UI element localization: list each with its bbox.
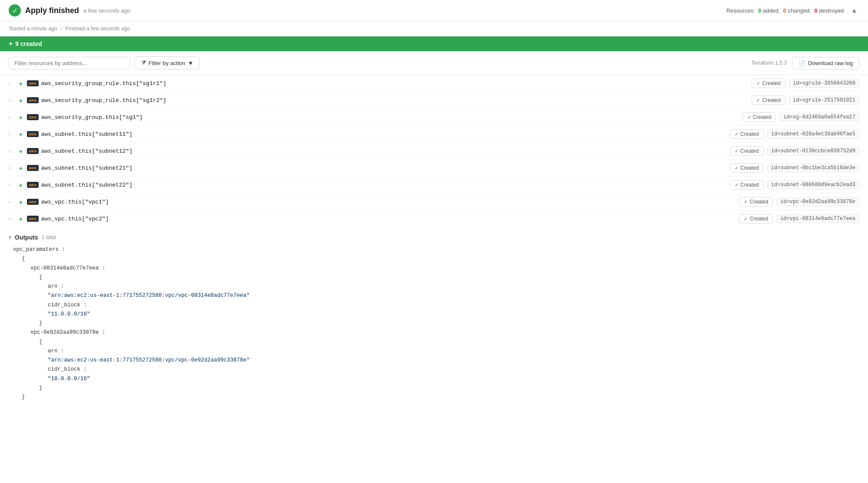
resource-name: aws_subnet.this["subnet11"]	[41, 131, 727, 138]
resource-row: › + aws aws_security_group.this["sg1"] ✓…	[9, 109, 859, 126]
output-line: {	[13, 254, 859, 263]
status-badge: Created	[753, 114, 772, 120]
aws-badge: aws	[27, 165, 39, 171]
created-badge: ✓ Created	[743, 112, 776, 122]
outputs-section: ▾ Outputs 1 total vpc_paramaters :{vpc-0…	[0, 227, 868, 402]
resource-badge-area: ✓ Created id=subnet-0bc1be3ca5b16de3e	[730, 163, 859, 173]
created-badge: ✓ Created	[739, 197, 773, 207]
created-badge: ✓ Created	[730, 163, 764, 173]
plus-icon: +	[17, 148, 24, 155]
check-icon: ✓	[735, 165, 739, 171]
search-input[interactable]	[9, 57, 130, 69]
resource-badge-area: ✓ Created id=subnet-020a4ec38ab96fae5	[730, 129, 859, 139]
apply-title: Apply finished	[25, 6, 79, 15]
status-badge: Created	[740, 182, 759, 188]
output-line: {	[13, 273, 859, 282]
expand-icon[interactable]: ›	[9, 148, 15, 154]
check-icon: ✓	[735, 148, 739, 154]
resource-row: › + aws aws_subnet.this["subnet22"] ✓ Cr…	[9, 177, 859, 194]
resource-name: aws_subnet.this["subnet21"]	[41, 165, 727, 171]
status-badge: Created	[740, 148, 759, 154]
plus-icon: +	[17, 164, 24, 172]
created-bar: + 9 created	[0, 36, 868, 51]
resource-list: › + aws aws_security_group_rule.this["sg…	[0, 75, 868, 227]
created-badge: ✓ Created	[739, 214, 773, 223]
expand-icon[interactable]: ›	[9, 131, 15, 137]
created-badge: ✓ Created	[730, 180, 764, 190]
download-raw-log-button[interactable]: 📄 Download raw log	[792, 57, 859, 69]
output-line: vpc-0e92d2aa99c33878e :	[13, 328, 859, 337]
resources-summary: Resources: 9 added, 0 changed, 0 destroy…	[726, 7, 844, 14]
resource-id: id=subnet-0bc1be3ca5b16de3e	[767, 164, 859, 172]
expand-icon[interactable]: ›	[9, 182, 15, 187]
output-line: arn :	[13, 347, 859, 356]
resources-label: Resources:	[726, 7, 755, 14]
filter-by-action-button[interactable]: ⧩ Filter by action ▼	[135, 56, 200, 69]
output-line: {	[13, 338, 859, 347]
status-badge: Created	[749, 199, 768, 205]
aws-badge: aws	[27, 216, 39, 222]
filter-btn-label: Filter by action	[149, 60, 185, 66]
breadcrumb-separator: >	[59, 26, 63, 32]
header: ✓ Apply finished a few seconds ago Resou…	[0, 0, 868, 21]
aws-badge: aws	[27, 182, 39, 188]
resource-badge-area: ✓ Created id=subnet-0130ccbce839752d9	[730, 146, 859, 156]
outputs-body: vpc_paramaters :{vpc-08314e8adc77e7eea :…	[9, 245, 859, 402]
chevron-down-icon: ▼	[188, 60, 194, 66]
check-icon: ✓	[744, 199, 748, 205]
outputs-chevron: ▾	[9, 234, 11, 240]
resource-badge-area: ✓ Created id=subnet-088680d9eacb2ead3	[730, 180, 859, 190]
resource-badge-area: ✓ Created id=sgrule-2517501021	[752, 95, 859, 105]
outputs-header[interactable]: ▾ Outputs 1 total	[9, 234, 859, 241]
expand-icon[interactable]: ›	[9, 165, 15, 171]
aws-badge: aws	[27, 199, 39, 205]
check-icon: ✓	[756, 81, 760, 86]
added-label: added	[763, 7, 779, 14]
resource-badge-area: ✓ Created id=vpc-0e92d2aa99c33878e	[739, 197, 859, 207]
toolbar: ⧩ Filter by action ▼ Terraform 1.5.3 📄 D…	[0, 51, 868, 75]
header-left: ✓ Apply finished a few seconds ago	[9, 4, 130, 16]
resource-badge-area: ✓ Created id=vpc-08314e8adc77e7eea	[739, 214, 859, 223]
plus-icon: +	[17, 114, 24, 121]
expand-icon[interactable]: ›	[9, 199, 15, 204]
added-count: 9	[758, 7, 761, 14]
resource-badge-area: ✓ Created id=sg-0d2469a0a654fea17	[743, 112, 859, 122]
download-icon: 📄	[799, 60, 805, 66]
plus-icon: +	[17, 215, 24, 223]
changed-count: 0	[783, 7, 786, 14]
apply-subtitle: a few seconds ago	[83, 7, 130, 14]
aws-badge: aws	[27, 97, 39, 103]
toolbar-right: Terraform 1.5.3 📄 Download raw log	[751, 57, 859, 69]
resource-name: aws_subnet.this["subnet12"]	[41, 148, 727, 154]
status-badge: Created	[749, 216, 768, 222]
created-badge: ✓ Created	[752, 79, 785, 88]
check-icon: ✓	[747, 115, 751, 120]
string-value: "arn:aws:ec2:us-east-1:771755272588:vpc/…	[48, 292, 250, 299]
expand-icon[interactable]: ›	[9, 115, 15, 120]
string-value: "11.0.0.0/16"	[48, 311, 90, 317]
plus-icon: +	[17, 198, 24, 206]
destroyed-count: 0	[814, 7, 817, 14]
aws-badge: aws	[27, 148, 39, 154]
resource-row: › + aws aws_subnet.this["subnet21"] ✓ Cr…	[9, 160, 859, 177]
output-line: "11.0.0.0/16"	[13, 310, 859, 319]
resource-name: aws_security_group_rule.this["sg1r2"]	[41, 97, 749, 104]
output-line: arn :	[13, 282, 859, 291]
expand-icon[interactable]: ›	[9, 216, 15, 221]
plus-icon: +	[17, 181, 24, 189]
resource-row: › + aws aws_subnet.this["subnet12"] ✓ Cr…	[9, 143, 859, 160]
outputs-count: 1 total	[42, 234, 56, 240]
plus-icon: +	[17, 131, 24, 138]
expand-icon[interactable]: ›	[9, 98, 15, 103]
expand-icon[interactable]: ›	[9, 81, 15, 86]
resource-id: id=subnet-0130ccbce839752d9	[767, 147, 859, 155]
output-line: vpc-08314e8adc77e7eea :	[13, 264, 859, 273]
output-line: "arn:aws:ec2:us-east-1:771755272588:vpc/…	[13, 356, 859, 365]
check-icon: ✓	[735, 182, 739, 188]
created-bar-plus: +	[9, 40, 13, 48]
collapse-button[interactable]: ▲	[849, 5, 859, 16]
resource-name: aws_security_group.this["sg1"]	[41, 114, 740, 121]
resource-row: › + aws aws_subnet.this["subnet11"] ✓ Cr…	[9, 126, 859, 143]
resource-row: › + aws aws_vpc.this["vpc2"] ✓ Created i…	[9, 210, 859, 227]
string-value: "arn:aws:ec2:us-east-1:771755272588:vpc/…	[48, 357, 250, 363]
